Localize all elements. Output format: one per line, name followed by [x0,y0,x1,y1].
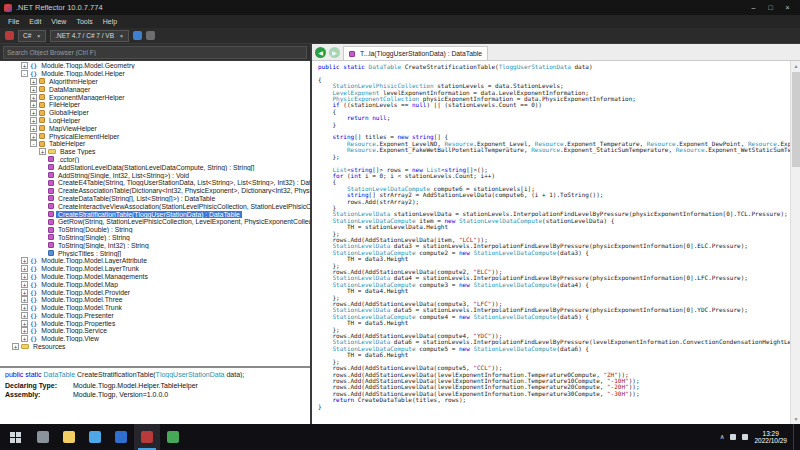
tree-item[interactable]: GetRow(String, StationLevelPhisicCollect… [0,218,310,226]
show-desktop-button[interactable] [793,424,797,450]
menu-edit[interactable]: Edit [24,15,46,28]
taskbar-app-app-blue[interactable] [108,424,134,450]
expand-icon[interactable]: + [39,148,46,155]
menu-file[interactable]: File [3,15,24,28]
tree-item[interactable]: +{}Module.Tlogp.Model.Managements [0,273,310,281]
menu-help[interactable]: Help [98,15,122,28]
taskbar-app-app-green[interactable] [160,424,186,450]
navigate-back-icon[interactable]: ◀ [315,47,326,58]
tree-item-label: CreateDataTable(String[], List<String[]>… [56,195,217,202]
tray-expand-icon[interactable]: ∧ [720,433,725,441]
tree-item[interactable]: +{}Module.Tlogp.Model.Three [0,296,310,304]
volume-icon[interactable] [742,434,748,440]
tree-item[interactable]: +MapViewHelper [0,124,310,132]
navigate-forward-icon[interactable]: ▶ [329,47,340,58]
expand-icon[interactable]: + [30,109,37,116]
expand-icon[interactable]: + [12,343,19,350]
tree-item[interactable]: -{}Module.Tlogp.Model.Helper [0,70,310,78]
tree-item-label: Module.Tlogp.Model.Managements [39,273,150,280]
scrollbar-thumb[interactable] [792,72,800,167]
menu-tools[interactable]: Tools [71,15,97,28]
expand-icon[interactable]: + [21,327,28,334]
tree-item[interactable]: CreateAssociationTable(Dictionary<Int32,… [0,187,310,195]
search-input[interactable] [3,46,307,59]
language-combo[interactable]: C# ▼ [18,30,46,42]
expand-icon[interactable]: + [30,133,37,140]
tree-item[interactable]: +{}Module.Tlogp.Model.LayerTrunk [0,265,310,273]
tree-item[interactable]: .cctor() [0,156,310,164]
expand-icon[interactable]: + [21,281,28,288]
tree-item[interactable]: ToString(Single) : String [0,234,310,242]
tree-item[interactable]: ToString(Single, Int32) : String [0,241,310,249]
expand-icon[interactable]: + [30,78,37,85]
tree-item[interactable]: +{}Module.Tlogp.Model.Geometry [0,62,310,70]
tree-item[interactable]: +{}Module.Tlogp.View [0,335,310,343]
code-view[interactable]: public static DataTable CreateStratifica… [312,61,790,424]
taskbar-app-browser[interactable] [82,424,108,450]
expand-icon[interactable]: + [21,335,28,342]
taskbar-app-reflector[interactable] [134,424,160,450]
expand-icon[interactable]: + [21,273,28,280]
tree-item[interactable]: +DataManager [0,85,310,93]
tree-item[interactable]: +PhysicalElementHelper [0,132,310,140]
expand-icon[interactable]: + [21,296,28,303]
toolbar-icon[interactable] [133,31,142,40]
tree-item[interactable]: +GlobalHelper [0,109,310,117]
class-icon [39,78,45,84]
minimize-button[interactable]: – [745,1,762,14]
document-tab[interactable]: T...la(TloggUserStationData) : DataTable [343,46,488,60]
tree-item[interactable]: ToString(Double) : String [0,226,310,234]
expand-icon[interactable]: + [21,62,28,69]
tree-item[interactable]: +ExponentManagerHelper [0,93,310,101]
tree-item[interactable]: +{}Module.Tlogp.Model.Trunk [0,304,310,312]
framework-combo[interactable]: .NET 4.7 / C# 7 / VB ▼ [50,30,129,42]
network-icon[interactable] [730,434,736,440]
tree-item[interactable]: AddString(Single, Int32, List<String>) :… [0,171,310,179]
toolbar-icon[interactable] [146,31,155,40]
expand-icon[interactable]: + [30,101,37,108]
tree-item[interactable]: +{}Module.Tlogp.Properties [0,319,310,327]
tree-item[interactable]: -TableHelper [0,140,310,148]
expand-icon[interactable]: + [30,125,37,132]
taskbar-clock[interactable]: 13:29 2022/10/29 [754,430,787,445]
tree-item[interactable]: +{}Module.Tlogp.Model.Provider [0,288,310,296]
tree-item[interactable]: AddStationLevelData(StationLevelDataComp… [0,163,310,171]
expand-icon[interactable]: + [21,312,28,319]
folder-icon [48,149,56,154]
expand-icon[interactable]: + [21,257,28,264]
scroll-up-icon[interactable]: ▲ [791,61,800,71]
taskbar-app-file-explorer[interactable] [56,424,82,450]
collapse-icon[interactable]: - [21,70,28,77]
menu-view[interactable]: View [46,15,71,28]
open-assembly-icon[interactable] [5,31,14,40]
collapse-icon[interactable]: - [30,140,37,147]
expand-icon[interactable]: + [21,320,28,327]
expand-icon[interactable]: + [21,289,28,296]
tree-item[interactable]: +{}Module.Tlogp.Service [0,327,310,335]
expand-icon[interactable]: + [30,117,37,124]
tree-item[interactable]: +Resources [0,343,310,351]
tree-item[interactable]: CreateDataTable(String[], List<String[]>… [0,195,310,203]
close-button[interactable]: × [779,1,796,14]
taskbar-app-task-view[interactable] [30,424,56,450]
tree-item[interactable]: +FileHelper [0,101,310,109]
vertical-scrollbar[interactable]: ▲ ▼ [790,61,800,424]
expand-icon[interactable]: + [30,94,37,101]
tree-item[interactable]: +{}Module.Tlogp.Model.LayerAttribute [0,257,310,265]
tree-item[interactable]: +Base Types [0,148,310,156]
tree-item[interactable]: CreateInteractiveViewAssociation(Station… [0,202,310,210]
expand-icon[interactable]: + [30,86,37,93]
tree-item[interactable]: +{}Module.Tlogp.Model.Map [0,280,310,288]
tree-item[interactable]: PhysicTitles : String[] [0,249,310,257]
tree-item[interactable]: CreateE4Table(String, TloggUserStationDa… [0,179,310,187]
expand-icon[interactable]: + [21,304,28,311]
tree-item[interactable]: +LogHelper [0,117,310,125]
tree-item[interactable]: CreateStratificationTable(TloggUserStati… [0,210,310,218]
tree-item[interactable]: +AlgorithmHelper [0,78,310,86]
maximize-button[interactable]: □ [762,1,779,14]
expand-icon[interactable]: + [21,265,28,272]
start-button[interactable] [0,424,30,450]
scroll-down-icon[interactable]: ▼ [791,414,800,424]
tree-item-label: Module.Tlogp.Model.LayerAttribute [39,257,149,264]
tree-item[interactable]: +{}Module.Tlogp.Presenter [0,312,310,320]
